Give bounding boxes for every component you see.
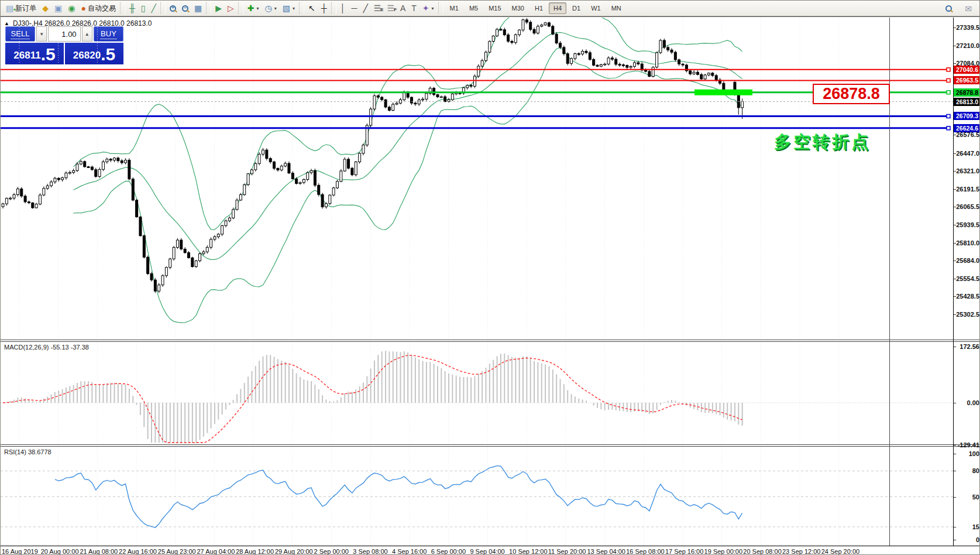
arrows-icon[interactable]: ✦▾ bbox=[419, 3, 437, 13]
terminal-icon: ▣ bbox=[54, 4, 62, 12]
fibonacci-icon[interactable]: ☰F bbox=[384, 3, 397, 13]
macd-panel-canvas[interactable] bbox=[1, 342, 953, 444]
time-axis-label: 27 Aug 04:00 bbox=[197, 548, 235, 555]
new-order-icon[interactable]: ▤+新订单 bbox=[3, 2, 39, 15]
price-axis-label: 25302.5 bbox=[955, 311, 979, 318]
periods-clock-icon: ◷ bbox=[265, 4, 272, 12]
price-axis-label: 26065.5 bbox=[955, 203, 979, 210]
arrows-icon: ✦ bbox=[422, 4, 429, 12]
terminal-icon[interactable]: ▣ bbox=[51, 3, 65, 13]
time-axis-label: 20 Sep 08:00 bbox=[743, 548, 781, 555]
autotrading-icon[interactable]: ●自动交易 bbox=[78, 2, 118, 15]
line-chart-icon[interactable]: ╱ bbox=[149, 3, 159, 13]
price-axis-label: 27339.5 bbox=[955, 24, 979, 31]
chevron-down-icon[interactable]: ▾ bbox=[432, 6, 434, 11]
price-chart-canvas[interactable] bbox=[1, 18, 953, 340]
equidistant-channel-icon[interactable]: ☰E bbox=[371, 3, 384, 13]
cursor-icon: ↖ bbox=[308, 4, 315, 12]
horizontal-line-icon: ─ bbox=[351, 4, 357, 12]
chart-shift-icon[interactable]: ▷ bbox=[225, 3, 237, 13]
templates-icon[interactable]: ▧▾ bbox=[280, 3, 298, 13]
main-toolbar: ▤+新订单◆▣◉●自动交易╫▯╱+−▦▶▷✚▾◷▾▧▾↖┼│─╱☰E☰FAT✦▾… bbox=[1, 1, 979, 16]
price-axis-label: 25428.5 bbox=[955, 293, 979, 300]
crosshair-icon: ┼ bbox=[321, 4, 327, 12]
chevron-down-icon[interactable]: ▾ bbox=[274, 6, 277, 11]
add-indicator-icon[interactable]: ✚▾ bbox=[245, 3, 262, 13]
new-order-icon-label: 新订单 bbox=[15, 4, 36, 13]
chart-window[interactable]: ▲ DJ30-,H4 26826.0 26826.0 26810.0 26813… bbox=[1, 16, 980, 555]
signals-icon: ◉ bbox=[68, 4, 75, 12]
zoom-out-icon[interactable]: − bbox=[179, 4, 191, 13]
timeframe-button-m30[interactable]: M30 bbox=[507, 2, 529, 14]
macd-label: MACD(12,26,9) -55.13 -37.38 bbox=[4, 344, 89, 351]
timeframe-button-m1[interactable]: M1 bbox=[445, 2, 463, 14]
time-axis-label: 21 Aug 08:00 bbox=[80, 548, 118, 555]
zoom-in-icon: + bbox=[170, 5, 176, 12]
timeframe-button-m5[interactable]: M5 bbox=[465, 2, 483, 14]
candlestick-chart-icon: ▯ bbox=[141, 4, 146, 12]
chinese-annotation[interactable]: 多空转折点 bbox=[774, 131, 871, 154]
cursor-icon[interactable]: ↖ bbox=[305, 3, 318, 13]
price-axis-label: 25554.5 bbox=[955, 275, 979, 282]
horizontal-line-icon[interactable]: ─ bbox=[348, 3, 360, 13]
time-axis-label: 25 Aug 23:00 bbox=[158, 548, 196, 555]
tile-windows-icon[interactable]: ▦ bbox=[191, 3, 205, 13]
timeframe-button-h4[interactable]: H4 bbox=[549, 2, 566, 14]
periods-clock-icon[interactable]: ◷▾ bbox=[262, 3, 280, 13]
templates-icon: ▧ bbox=[283, 4, 290, 12]
highlighted-line-segment[interactable] bbox=[694, 90, 752, 95]
price-line-badge: 26624.6 bbox=[954, 124, 980, 132]
time-axis[interactable]: 16 Aug 201920 Aug 00:0021 Aug 08:0022 Au… bbox=[1, 546, 980, 555]
timeframe-button-d1[interactable]: D1 bbox=[568, 2, 585, 14]
autotrading-icon: ● bbox=[81, 4, 85, 12]
chevron-down-icon[interactable]: ▾ bbox=[257, 6, 259, 11]
crosshair-icon[interactable]: ┼ bbox=[318, 3, 330, 13]
toolbar-separator bbox=[120, 2, 125, 14]
chevron-down-icon[interactable]: ▾ bbox=[293, 6, 295, 11]
time-axis-label: 23 Sep 12:00 bbox=[782, 548, 820, 555]
toolbar-separator bbox=[238, 2, 243, 14]
text-icon[interactable]: A bbox=[397, 3, 408, 13]
vertical-line-icon[interactable]: │ bbox=[338, 3, 349, 13]
price-line-badge: 26963.5 bbox=[954, 76, 980, 84]
price-callout-box[interactable]: 26878.8 bbox=[813, 84, 890, 104]
auto-scroll-icon[interactable]: ▶ bbox=[212, 3, 225, 13]
price-axis-label: 26321.0 bbox=[955, 167, 979, 174]
bar-chart-icon[interactable]: ╫ bbox=[126, 3, 138, 13]
rsi-axis-label: 0 bbox=[955, 536, 979, 543]
timeframe-button-mn[interactable]: MN bbox=[607, 2, 626, 14]
zoom-out-icon: − bbox=[182, 5, 188, 12]
macd-axis-label: 172.56 bbox=[955, 343, 979, 350]
time-axis-label: 22 Aug 16:00 bbox=[119, 548, 157, 555]
price-axis-label: 27210.0 bbox=[955, 42, 979, 49]
chat-icon[interactable]: ✉ bbox=[962, 4, 975, 14]
price-axis-line bbox=[953, 18, 954, 546]
time-axis-label: 2 Sep 00:00 bbox=[314, 548, 349, 555]
timeframe-button-h1[interactable]: H1 bbox=[530, 2, 548, 14]
toolbar-separator bbox=[299, 2, 304, 14]
time-axis-label: 20 Aug 00:00 bbox=[41, 548, 79, 555]
timeframe-button-w1[interactable]: W1 bbox=[586, 2, 606, 14]
time-axis-label: 17 Sep 16:00 bbox=[665, 548, 703, 555]
search-icon[interactable] bbox=[943, 4, 955, 13]
gold-diamond-icon[interactable]: ◆ bbox=[39, 3, 51, 13]
price-axis-label: 25810.0 bbox=[955, 239, 979, 246]
time-axis-label: 11 Sep 20:00 bbox=[548, 548, 586, 555]
gold-diamond-icon: ◆ bbox=[42, 4, 49, 12]
price-line-badge: 27040.6 bbox=[954, 66, 980, 74]
toolbar-separator bbox=[206, 2, 211, 14]
timeframe-button-m15[interactable]: M15 bbox=[484, 2, 506, 14]
rsi-panel-canvas[interactable] bbox=[1, 447, 953, 546]
price-line-badge: 26709.3 bbox=[954, 112, 980, 120]
rsi-label: RSI(14) 38.6778 bbox=[4, 448, 51, 455]
signals-icon[interactable]: ◉ bbox=[65, 3, 78, 13]
zoom-in-icon[interactable]: + bbox=[167, 4, 179, 13]
time-axis-label: 6 Sep 00:00 bbox=[431, 548, 466, 555]
trendline-icon[interactable]: ╱ bbox=[360, 3, 370, 13]
text-label-icon[interactable]: T bbox=[408, 3, 419, 13]
candlestick-chart-icon[interactable]: ▯ bbox=[138, 3, 149, 13]
price-axis-label: 25939.5 bbox=[955, 221, 979, 228]
price-line-badge: 26813.0 bbox=[954, 98, 980, 106]
macd-axis-label: -129.41 bbox=[955, 441, 979, 448]
search-icon bbox=[945, 5, 952, 12]
